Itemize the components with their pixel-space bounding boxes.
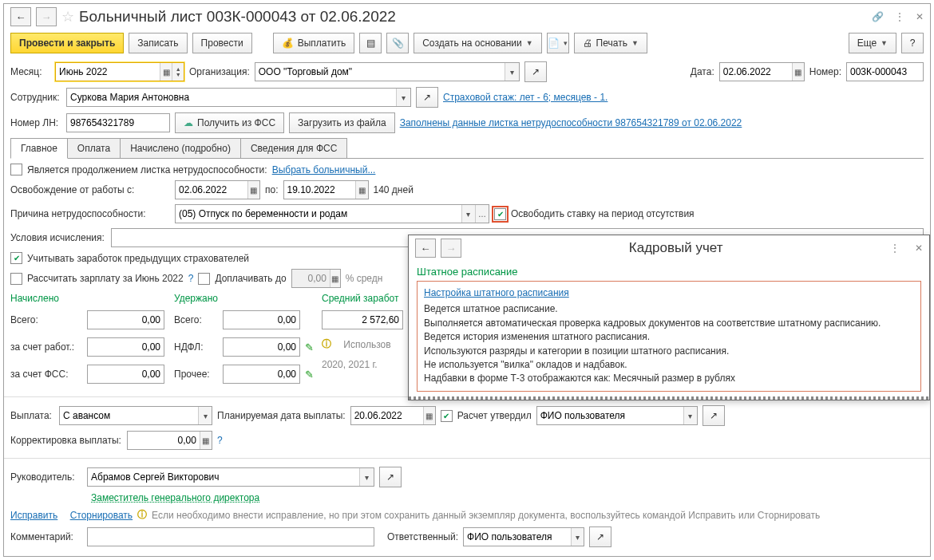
more-button[interactable]: Еще▼: [849, 33, 896, 53]
extra-pay-input: ▦: [291, 269, 341, 288]
edit-icon[interactable]: ✎: [305, 341, 314, 353]
help-link[interactable]: ?: [188, 273, 194, 284]
plan-date-input[interactable]: ▦: [350, 406, 436, 425]
load-file-button[interactable]: Загрузить из файла: [289, 112, 395, 133]
ln-input[interactable]: [66, 113, 170, 132]
approved-checkbox[interactable]: ✔: [441, 410, 453, 422]
kebab-icon[interactable]: ⋮: [895, 11, 904, 22]
month-input[interactable]: ▦ ▲▼: [55, 62, 184, 81]
tab-accrued[interactable]: Начислено (подробно): [120, 138, 241, 158]
employee-input[interactable]: ▾: [66, 88, 411, 107]
ln-data-link[interactable]: Заполнены данные листка нетрудоспособнос…: [400, 117, 742, 128]
fix-hint: Если необходимо внести исправление, но п…: [152, 510, 820, 521]
dropdown-icon[interactable]: ▾: [359, 468, 374, 486]
popup-line: Выполняется автоматическая проверка кадр…: [424, 317, 881, 329]
prev-earnings-checkbox[interactable]: ✔: [10, 252, 22, 264]
tab-main[interactable]: Главное: [10, 138, 68, 159]
free-rate-label: Освободить ставку на период отсутствия: [511, 208, 695, 219]
popup-nav-forward[interactable]: →: [441, 239, 461, 258]
approver-open-button[interactable]: ↗: [702, 405, 725, 426]
popup-close-icon[interactable]: ✕: [915, 243, 923, 254]
other-label: Прочее:: [174, 369, 218, 380]
form-icon-button[interactable]: ▤: [359, 33, 382, 53]
help-button[interactable]: ?: [901, 33, 924, 53]
tab-fss[interactable]: Сведения для ФСС: [240, 138, 347, 158]
help-link[interactable]: ?: [217, 435, 223, 446]
avg-header: Средний заработ: [322, 293, 418, 304]
extra-pay-checkbox[interactable]: [198, 273, 210, 285]
post-close-button[interactable]: Провести и закрыть: [10, 33, 124, 53]
reason-input[interactable]: ▾…: [175, 204, 489, 223]
popup-line: Надбавки в форме Т-3 отображаются как: М…: [424, 373, 735, 384]
popup-nav-back[interactable]: ←: [415, 239, 436, 258]
date-to-input[interactable]: ▦: [283, 180, 369, 199]
tab-payment[interactable]: Оплата: [67, 138, 121, 158]
calc-salary-label: Рассчитать зарплату за Июнь 2022: [27, 273, 184, 284]
revert-link[interactable]: Сторнировать: [70, 510, 133, 521]
approver-input[interactable]: ▾: [536, 406, 698, 425]
dropdown-icon[interactable]: ▾: [396, 89, 410, 106]
comment-label: Комментарий:: [10, 531, 82, 542]
calendar-icon[interactable]: ▦: [160, 63, 172, 81]
nav-back[interactable]: ←: [10, 7, 31, 26]
action-dropdown[interactable]: 📄▾: [547, 33, 569, 53]
write-button[interactable]: Записать: [129, 33, 187, 53]
spinner-icon[interactable]: ▲▼: [172, 63, 184, 81]
comment-input[interactable]: [87, 527, 374, 546]
dropdown-icon[interactable]: ▾: [571, 528, 584, 546]
create-based-button[interactable]: Создать на основании▼: [414, 33, 541, 53]
avg-input[interactable]: [322, 310, 403, 329]
calendar-icon[interactable]: ▦: [355, 181, 367, 199]
dropdown-icon[interactable]: ▾: [461, 205, 475, 223]
staffing-settings-link[interactable]: Настройка штатного расписания: [424, 286, 569, 300]
ndfl-input[interactable]: [223, 337, 300, 357]
acc-total-input[interactable]: [87, 310, 164, 329]
dropdown-icon[interactable]: ▾: [198, 407, 212, 424]
org-open-button[interactable]: ↗: [524, 61, 547, 82]
ellipsis-icon[interactable]: …: [475, 205, 489, 223]
calendar-icon[interactable]: ▦: [792, 63, 804, 81]
calc-salary-checkbox[interactable]: [10, 273, 22, 285]
acc-fss-input[interactable]: [87, 365, 164, 384]
info-icon: ⓘ: [137, 508, 147, 522]
get-fss-button[interactable]: ☁Получить из ФСС: [175, 112, 284, 133]
head-input[interactable]: ▾: [87, 467, 374, 487]
wth-total-input[interactable]: [223, 310, 300, 329]
payout-input[interactable]: ▾: [59, 406, 212, 425]
correction-input[interactable]: ▦: [127, 431, 212, 450]
dropdown-icon[interactable]: ▾: [505, 63, 519, 81]
org-input[interactable]: ▾: [255, 62, 520, 81]
edit-icon[interactable]: ✎: [305, 369, 314, 381]
nav-forward[interactable]: →: [36, 7, 57, 26]
attach-button[interactable]: 📎: [386, 33, 409, 53]
percent-label: % средн: [346, 273, 383, 284]
window-title: Больничный лист 003К-000043 от 02.06.202…: [79, 8, 867, 26]
dropdown-icon[interactable]: ▾: [683, 407, 697, 424]
continuation-checkbox[interactable]: [10, 164, 22, 175]
acc-emp-input[interactable]: [87, 337, 164, 357]
conditions-label: Условия исчисления:: [10, 232, 106, 243]
pay-button[interactable]: 💰Выплатить: [273, 33, 355, 53]
calendar-icon[interactable]: ▦: [423, 407, 435, 424]
popup-kebab-icon[interactable]: ⋮: [890, 243, 900, 254]
select-sick-link[interactable]: Выбрать больничный...: [272, 164, 376, 175]
free-rate-checkbox[interactable]: ✔: [494, 208, 506, 220]
insurance-link[interactable]: Страховой стаж: лет - 6; месяцев - 1.: [443, 92, 607, 103]
close-icon[interactable]: ✕: [916, 11, 924, 22]
head-open-button[interactable]: ↗: [379, 467, 402, 487]
number-input[interactable]: [846, 62, 924, 81]
date-input[interactable]: ▦: [719, 62, 805, 81]
favorite-star-icon[interactable]: ☆: [61, 8, 74, 26]
link-icon[interactable]: 🔗: [872, 11, 884, 22]
calc-icon[interactable]: ▦: [200, 432, 212, 449]
employee-open-button[interactable]: ↗: [416, 87, 438, 108]
other-input[interactable]: [223, 365, 300, 384]
resp-open-button[interactable]: ↗: [589, 526, 611, 547]
calendar-icon[interactable]: ▦: [247, 181, 259, 199]
resp-input[interactable]: ▾: [463, 527, 584, 546]
position-link[interactable]: Заместитель генерального директора: [91, 492, 259, 503]
post-button[interactable]: Провести: [192, 33, 252, 53]
print-button[interactable]: 🖨Печать▼: [574, 33, 647, 53]
fix-link[interactable]: Исправить: [10, 510, 57, 521]
date-from-input[interactable]: ▦: [175, 180, 260, 199]
